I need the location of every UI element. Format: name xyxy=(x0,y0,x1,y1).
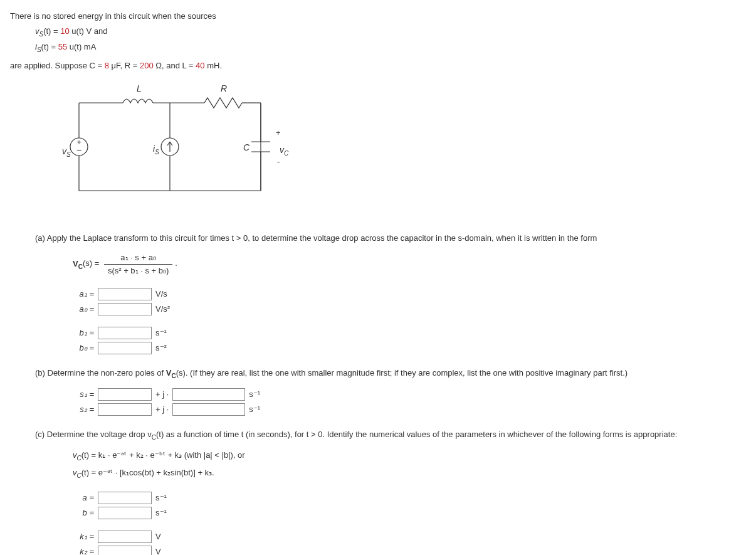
b1-unit: s⁻¹ xyxy=(155,327,167,339)
b-label: b = xyxy=(73,507,94,519)
circuit-figure: + − L R vS iS C vC + - xyxy=(60,84,746,213)
a0-unit: V/s² xyxy=(155,303,170,315)
vc-formula: VC(s) = a₁ · s + a₀ s(s² + b₁ · s + b₀) … xyxy=(73,251,746,277)
s1-row: s₁ = + j · s⁻¹ xyxy=(73,388,746,401)
b0-unit: s⁻² xyxy=(155,342,167,354)
part-a-text: (a) Apply the Laplace transform to this … xyxy=(35,232,746,245)
k2-row: k₂ = V xyxy=(73,546,746,555)
is-equation: iS(t) = 55 u(t) mA xyxy=(35,41,746,55)
a1-row: a₁ = V/s xyxy=(73,288,746,300)
plus-j-2: + j · xyxy=(155,403,169,416)
b1-row: b₁ = s⁻¹ xyxy=(73,327,746,339)
k1-unit: V xyxy=(155,531,161,543)
k1-row: k₁ = V xyxy=(73,531,746,543)
a1-input[interactable] xyxy=(98,288,152,300)
s2-unit: s⁻¹ xyxy=(249,403,260,416)
k2-label: k₂ = xyxy=(73,546,94,555)
vs-equation: vS(t) = 10 u(t) V and xyxy=(35,25,746,39)
svg-text:L: L xyxy=(137,84,142,93)
s2-row: s₂ = + j · s⁻¹ xyxy=(73,403,746,416)
svg-text:vC: vC xyxy=(280,145,289,157)
b0-input[interactable] xyxy=(98,342,152,354)
plus-j-1: + j · xyxy=(155,388,169,401)
s2-imag-input[interactable] xyxy=(172,403,245,416)
k1-input[interactable] xyxy=(98,531,152,543)
s1-unit: s⁻¹ xyxy=(249,388,260,401)
a0-row: a₀ = V/s² xyxy=(73,303,746,315)
part-b-text: (b) Determine the non-zero poles of VC(s… xyxy=(35,367,746,381)
k2-input[interactable] xyxy=(98,546,152,555)
s2-label: s₂ = xyxy=(73,403,94,416)
a-unit: s⁻¹ xyxy=(155,492,167,504)
part-c-text: (c) Determine the voltage drop vC(t) as … xyxy=(35,428,746,442)
svg-text:-: - xyxy=(277,157,280,166)
applied-line: are applied. Suppose C = 8 μF, R = 200 Ω… xyxy=(10,60,746,72)
b1-input[interactable] xyxy=(98,327,152,339)
s2-real-input[interactable] xyxy=(98,403,152,416)
a1-unit: V/s xyxy=(155,288,167,300)
a-row: a = s⁻¹ xyxy=(73,492,746,504)
svg-text:+: + xyxy=(276,128,281,137)
svg-text:vS: vS xyxy=(62,146,71,158)
svg-text:R: R xyxy=(221,84,227,93)
b1-label: b₁ = xyxy=(73,327,94,339)
a0-label: a₀ = xyxy=(73,303,94,315)
s1-imag-input[interactable] xyxy=(172,388,245,401)
svg-text:iS: iS xyxy=(153,144,159,156)
b-row: b = s⁻¹ xyxy=(73,507,746,519)
svg-text:C: C xyxy=(243,142,250,152)
form1: vC(t) = k₁ · e⁻ᵃᵗ + k₂ · e⁻ᵇᵗ + k₃ (with… xyxy=(73,449,746,463)
s1-label: s₁ = xyxy=(73,388,94,401)
k2-unit: V xyxy=(155,546,161,555)
form2: vC(t) = e⁻ᵃᵗ · [k₁cos(bt) + k₂sin(bt)] +… xyxy=(73,467,746,480)
intro-line1: There is no stored energy in this circui… xyxy=(10,10,746,23)
k1-label: k₁ = xyxy=(73,531,94,543)
b0-row: b₀ = s⁻² xyxy=(73,342,746,354)
a-input[interactable] xyxy=(98,492,152,504)
a0-input[interactable] xyxy=(98,303,152,315)
s1-real-input[interactable] xyxy=(98,388,152,401)
b-unit: s⁻¹ xyxy=(155,507,167,519)
a1-label: a₁ = xyxy=(73,288,94,300)
svg-text:−: − xyxy=(76,145,81,155)
b0-label: b₀ = xyxy=(73,342,94,354)
b-input[interactable] xyxy=(98,507,152,519)
a-label: a = xyxy=(73,492,94,504)
